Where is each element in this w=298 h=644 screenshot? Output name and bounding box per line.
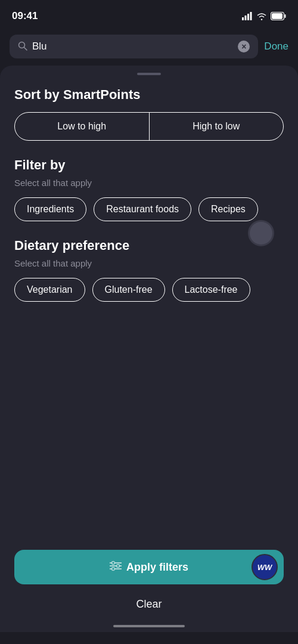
filter-chip-restaurant-foods[interactable]: Restaurant foods xyxy=(94,197,191,221)
sort-section-title: Sort by SmartPoints xyxy=(14,87,284,103)
svg-rect-2 xyxy=(247,14,249,20)
signal-icon xyxy=(242,12,253,20)
dietary-section: Dietary preference Select all that apply… xyxy=(0,238,298,302)
search-bar[interactable]: Blu xyxy=(10,35,258,58)
apply-btn-container: Apply filters WW xyxy=(14,550,284,584)
status-icons xyxy=(242,12,286,20)
svg-rect-3 xyxy=(250,12,252,20)
search-input-value: Blu xyxy=(32,41,233,52)
wifi-icon xyxy=(256,12,267,20)
scroll-indicator xyxy=(248,220,274,246)
filter-section: Filter by Select all that apply Ingredie… xyxy=(0,157,298,221)
dietary-section-title: Dietary preference xyxy=(14,238,284,253)
svg-line-8 xyxy=(24,47,27,50)
svg-point-13 xyxy=(116,565,119,568)
filter-adjust-icon xyxy=(110,561,122,574)
drag-handle xyxy=(137,73,161,75)
apply-filters-button[interactable]: Apply filters WW xyxy=(14,550,284,584)
dietary-chips: Vegetarian Gluten-free Lactose-free xyxy=(14,278,284,302)
search-bar-container: Blu Done xyxy=(0,30,298,66)
home-indicator xyxy=(113,625,185,627)
search-clear-button[interactable] xyxy=(238,41,250,52)
filter-chip-ingredients[interactable]: Ingredients xyxy=(14,197,86,221)
svg-point-14 xyxy=(111,568,114,571)
filter-chip-recipes[interactable]: Recipes xyxy=(198,197,258,221)
dietary-chip-gluten-free[interactable]: Gluten-free xyxy=(92,278,165,302)
filter-section-subtitle: Select all that apply xyxy=(14,178,284,188)
done-button[interactable]: Done xyxy=(264,41,288,52)
search-icon xyxy=(18,41,27,52)
filter-chips: Ingredients Restaurant foods Recipes xyxy=(14,197,284,221)
ww-badge: WW xyxy=(252,554,278,580)
svg-rect-0 xyxy=(242,17,244,20)
svg-point-12 xyxy=(111,562,114,565)
filter-section-title: Filter by xyxy=(14,157,284,173)
svg-rect-6 xyxy=(272,13,283,19)
bottom-sheet: Sort by SmartPoints Low to high High to … xyxy=(0,66,298,632)
svg-rect-1 xyxy=(245,16,247,20)
dietary-chip-lactose-free[interactable]: Lactose-free xyxy=(172,278,250,302)
sort-low-to-high-button[interactable]: Low to high xyxy=(15,113,150,140)
dietary-chip-vegetarian[interactable]: Vegetarian xyxy=(14,278,85,302)
sort-high-to-low-button[interactable]: High to low xyxy=(150,113,284,140)
sort-section: Sort by SmartPoints Low to high High to … xyxy=(0,87,298,141)
status-bar: 09:41 xyxy=(0,0,298,30)
status-time: 09:41 xyxy=(12,10,38,22)
ww-badge-text: WW xyxy=(257,563,272,572)
clear-button[interactable]: Clear xyxy=(0,592,298,617)
dietary-section-subtitle: Select all that apply xyxy=(14,258,284,268)
apply-filters-label: Apply filters xyxy=(126,561,188,574)
sort-buttons: Low to high High to low xyxy=(14,112,284,141)
battery-icon xyxy=(271,12,286,20)
svg-rect-5 xyxy=(285,14,286,18)
